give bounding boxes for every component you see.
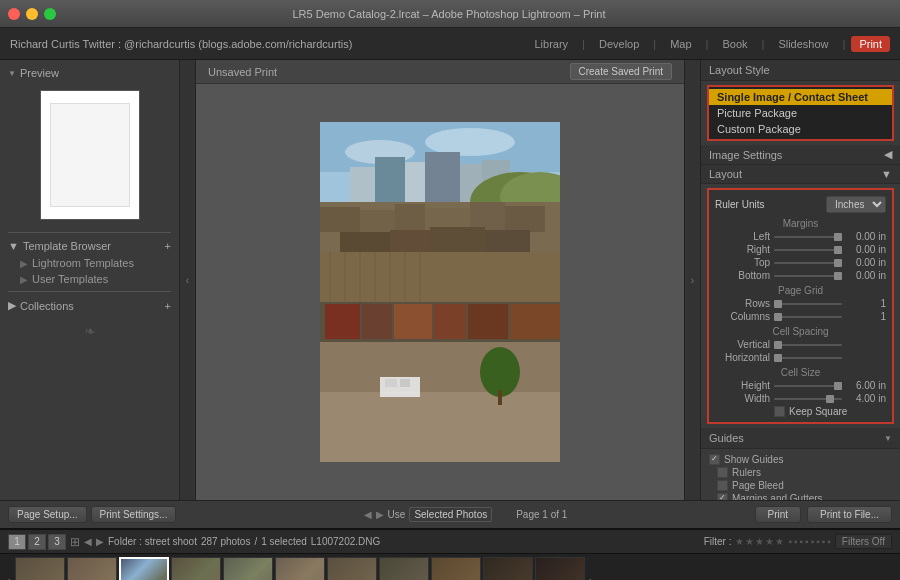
filmstrip-next[interactable]: ▶ [96, 536, 104, 547]
print-button[interactable]: Print [755, 506, 802, 523]
margins-guides-label: Margins and Gutters [732, 493, 823, 500]
image-settings-header[interactable]: Image Settings ◀ [701, 145, 900, 165]
margins-guides-checkbox[interactable] [717, 493, 728, 500]
bullet-icon: ▶ [20, 258, 28, 269]
keep-square-row: Keep Square [709, 405, 892, 418]
star-5[interactable]: ★ [775, 536, 784, 547]
preview-thumbnail [40, 90, 140, 220]
filmstrip-prev[interactable]: ◀ [84, 536, 92, 547]
template-triangle: ▼ [8, 240, 19, 252]
top-slider[interactable] [774, 262, 842, 264]
flag-5[interactable]: ▪ [811, 536, 815, 547]
page-bleed-checkbox[interactable] [717, 480, 728, 491]
filmstrip-thumb-3-selected[interactable] [119, 557, 169, 580]
grid-view-icon[interactable]: ⊞ [70, 535, 80, 549]
filmstrip: 1 2 3 ⊞ ◀ ▶ Folder : street shoot 287 ph… [0, 528, 900, 580]
filmstrip-thumb-4[interactable] [171, 557, 221, 580]
print-settings-button[interactable]: Print Settings... [91, 506, 177, 523]
guides-triangle: ▼ [884, 434, 892, 443]
star-1[interactable]: ★ [735, 536, 744, 547]
filters-off-button[interactable]: Filters Off [835, 534, 892, 549]
nav-develop[interactable]: Develop [591, 36, 647, 52]
flag-3[interactable]: ▪ [800, 536, 804, 547]
filmstrip-scroll-left[interactable]: ‹ [4, 573, 13, 580]
cell-spacing-label: Cell Spacing [709, 323, 892, 338]
star-2[interactable]: ★ [745, 536, 754, 547]
right-slider[interactable] [774, 249, 842, 251]
layout-panel: Ruler Units Inches Margins Left 0.00 in … [707, 188, 894, 424]
show-guides-checkbox[interactable] [709, 454, 720, 465]
guides-label: Guides [709, 432, 744, 444]
flag-8[interactable]: ▪ [827, 536, 831, 547]
nav-prev[interactable]: ◀ [364, 509, 372, 520]
right-panel-collapse[interactable]: › [684, 60, 700, 500]
filmstrip-thumb-6[interactable] [275, 557, 325, 580]
nav-slideshow[interactable]: Slideshow [770, 36, 836, 52]
width-slider[interactable] [774, 398, 842, 400]
add-template-button[interactable]: + [165, 240, 171, 252]
horizontal-slider[interactable] [774, 357, 842, 359]
close-button[interactable] [8, 8, 20, 20]
keep-square-checkbox[interactable] [774, 406, 785, 417]
maximize-button[interactable] [44, 8, 56, 20]
user-templates-item[interactable]: ▶ User Templates [0, 271, 179, 287]
star-4[interactable]: ★ [765, 536, 774, 547]
height-slider[interactable] [774, 385, 842, 387]
svg-rect-11 [375, 157, 405, 202]
lightroom-templates-item[interactable]: ▶ Lightroom Templates [0, 255, 179, 271]
flag-4[interactable]: ▪ [805, 536, 809, 547]
flag-1[interactable]: ▪ [788, 536, 792, 547]
print-to-file-button[interactable]: Print to File... [807, 506, 892, 523]
filmstrip-thumb-8[interactable] [379, 557, 429, 580]
create-saved-print-button[interactable]: Create Saved Print [570, 63, 673, 80]
filmstrip-thumb-2[interactable] [67, 557, 117, 580]
filmstrip-thumb-9[interactable] [431, 557, 481, 580]
rulers-checkbox[interactable] [717, 467, 728, 478]
nav-next[interactable]: ▶ [376, 509, 384, 520]
nav-print[interactable]: Print [851, 36, 890, 52]
picture-package-option[interactable]: Picture Package [709, 105, 892, 121]
main-content: ▼ Preview ▼ Template Browser + ▶ Lightro… [0, 60, 900, 500]
nav-library[interactable]: Library [526, 36, 576, 52]
page-setup-button[interactable]: Page Setup... [8, 506, 87, 523]
rows-slider[interactable] [774, 303, 842, 305]
filmstrip-thumb-1[interactable] [15, 557, 65, 580]
selected-file: L1007202.DNG [311, 536, 381, 547]
ruler-units-select[interactable]: Inches [826, 196, 886, 213]
columns-slider[interactable] [774, 316, 842, 318]
flag-7[interactable]: ▪ [822, 536, 826, 547]
selected-photos-dropdown[interactable]: Selected Photos [409, 507, 492, 522]
filmstrip-thumb-10[interactable] [483, 557, 533, 580]
single-image-option[interactable]: Single Image / Contact Sheet [709, 89, 892, 105]
flag-2[interactable]: ▪ [794, 536, 798, 547]
preview-header[interactable]: ▼ Preview [0, 64, 179, 82]
filmstrip-thumb-7[interactable] [327, 557, 377, 580]
collections-header[interactable]: ▶ Collections + [0, 296, 179, 315]
filmstrip-thumb-11[interactable] [535, 557, 585, 580]
page-tab-3[interactable]: 3 [48, 534, 66, 550]
page-tab-2[interactable]: 2 [28, 534, 46, 550]
template-browser-header[interactable]: ▼ Template Browser + [0, 237, 179, 255]
nav-book[interactable]: Book [714, 36, 755, 52]
page-grid-label: Page Grid [709, 282, 892, 297]
add-collection-button[interactable]: + [165, 300, 171, 312]
margins-guides-row: Margins and Gutters [717, 492, 892, 500]
vertical-slider[interactable] [774, 344, 842, 346]
minimize-button[interactable] [26, 8, 38, 20]
filmstrip-scroll-right[interactable]: › [587, 573, 596, 580]
left-panel-collapse[interactable]: ‹ [180, 60, 196, 500]
filmstrip-toolbar: 1 2 3 ⊞ ◀ ▶ Folder : street shoot 287 ph… [0, 530, 900, 554]
flag-6[interactable]: ▪ [816, 536, 820, 547]
titlebar: LR5 Demo Catalog-2.lrcat – Adobe Photosh… [0, 0, 900, 28]
image-settings-triangle: ◀ [884, 148, 892, 161]
custom-package-option[interactable]: Custom Package [709, 121, 892, 137]
layout-header[interactable]: Layout ▼ [701, 165, 900, 184]
bottom-slider[interactable] [774, 275, 842, 277]
filmstrip-thumb-5[interactable] [223, 557, 273, 580]
left-slider[interactable] [774, 236, 842, 238]
layout-style-header[interactable]: Layout Style [701, 60, 900, 81]
nav-map[interactable]: Map [662, 36, 699, 52]
star-3[interactable]: ★ [755, 536, 764, 547]
page-tab-1[interactable]: 1 [8, 534, 26, 550]
guides-header[interactable]: Guides ▼ [701, 428, 900, 449]
